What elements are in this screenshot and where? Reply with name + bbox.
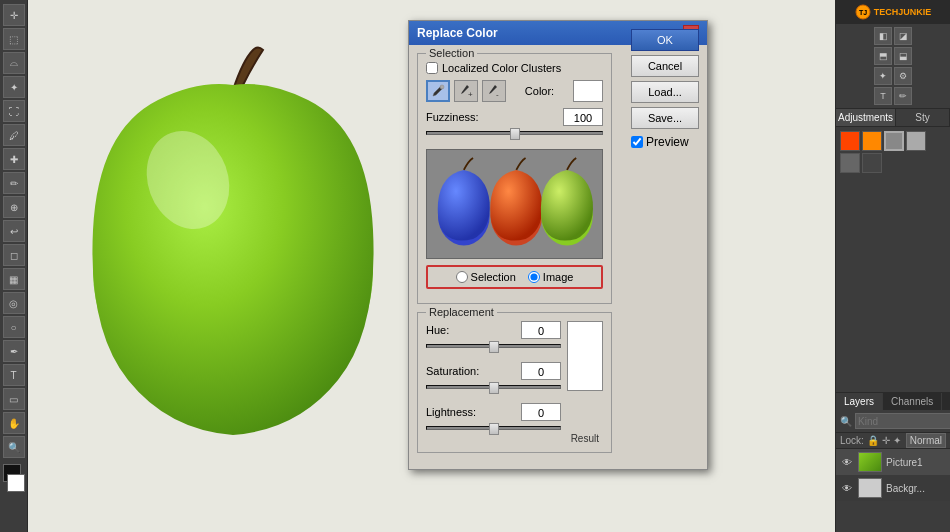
replace-color-dialog: Replace Color × OK Cancel Load... Save..…	[408, 20, 708, 470]
panel-tool-3[interactable]: ⬒	[874, 47, 892, 65]
layer-thumb-2	[858, 478, 882, 498]
normal-blend-dropdown[interactable]: Normal	[906, 435, 946, 446]
lightness-row: Lightness: 0	[426, 403, 561, 421]
swatch-5[interactable]	[840, 153, 860, 173]
ok-button[interactable]: OK	[631, 29, 699, 51]
load-button[interactable]: Load...	[631, 81, 699, 103]
fuzziness-row: Fuzziness: 100	[426, 108, 603, 126]
logo-text: TECHJUNKIE	[874, 7, 932, 17]
eyedropper-row: + - Color:	[426, 80, 603, 102]
lock-icon-3[interactable]: ✦	[893, 435, 901, 446]
panel-tool-2[interactable]: ◪	[894, 27, 912, 45]
selection-radio[interactable]: Selection	[456, 271, 516, 283]
fuzziness-slider[interactable]	[426, 131, 603, 145]
saturation-label: Saturation:	[426, 365, 491, 377]
swatch-6[interactable]	[862, 153, 882, 173]
svg-text:+: +	[468, 90, 473, 98]
tab-styles[interactable]: Sty	[896, 109, 950, 126]
eyedropper-subtract-button[interactable]: -	[482, 80, 506, 102]
kind-label: 🔍	[840, 416, 852, 427]
layers-search-input[interactable]	[855, 413, 950, 429]
tool-heal[interactable]: ✚	[3, 148, 25, 170]
tab-channels[interactable]: Channels	[883, 393, 942, 410]
layers-toolbar: Lock: 🔒 ✛ ✦ Normal	[836, 433, 950, 449]
hue-value[interactable]: 0	[521, 321, 561, 339]
layer-picture1[interactable]: 👁 Picture1	[836, 449, 950, 475]
tool-marquee[interactable]: ⬚	[3, 28, 25, 50]
hue-slider[interactable]	[426, 344, 561, 358]
apple-image	[58, 30, 408, 450]
preview-checkbox[interactable]	[631, 136, 643, 148]
dialog-title: Replace Color	[417, 26, 498, 40]
adjustments-content	[836, 127, 950, 392]
color-swatch[interactable]	[573, 80, 603, 102]
tab-adjustments[interactable]: Adjustments	[836, 109, 896, 126]
result-label: Result	[571, 433, 599, 444]
layer-name-1: Picture1	[886, 457, 923, 468]
tool-hand[interactable]: ✋	[3, 412, 25, 434]
tab-layers[interactable]: Layers	[836, 393, 883, 410]
panel-tool-1[interactable]: ◧	[874, 27, 892, 45]
blend-mode-label[interactable]: Normal	[906, 433, 946, 448]
tool-history[interactable]: ↩	[3, 220, 25, 242]
panel-tool-7[interactable]: T	[874, 87, 892, 105]
swatch-4[interactable]	[906, 131, 926, 151]
lock-icon-2[interactable]: ✛	[882, 435, 890, 446]
tool-lasso[interactable]: ⌓	[3, 52, 25, 74]
background-color[interactable]	[7, 474, 25, 492]
fuzziness-value[interactable]: 100	[563, 108, 603, 126]
saturation-slider[interactable]	[426, 385, 561, 399]
localized-color-label: Localized Color Clusters	[442, 62, 561, 74]
swatch-3[interactable]	[884, 131, 904, 151]
lightness-slider[interactable]	[426, 426, 561, 440]
tool-gradient[interactable]: ▦	[3, 268, 25, 290]
panel-tool-4[interactable]: ⬓	[894, 47, 912, 65]
hue-row: Hue: 0	[426, 321, 561, 339]
tool-clone[interactable]: ⊕	[3, 196, 25, 218]
layers-tabs: Layers Channels	[836, 393, 950, 410]
tool-eraser[interactable]: ◻	[3, 244, 25, 266]
tool-wand[interactable]: ✦	[3, 76, 25, 98]
lightness-value[interactable]: 0	[521, 403, 561, 421]
color-label: Color:	[525, 85, 554, 97]
tool-pen[interactable]: ✒	[3, 340, 25, 362]
panel-tool-5[interactable]: ✦	[874, 67, 892, 85]
lock-icon-1[interactable]: 🔒	[867, 435, 879, 446]
dialog-right-buttons: OK Cancel Load... Save... Preview	[631, 29, 699, 149]
view-mode-row: Selection Image	[426, 265, 603, 289]
layer-name-2: Backgr...	[886, 483, 925, 494]
layers-search-row: 🔍 ▼	[836, 410, 950, 433]
tool-eyedropper[interactable]: 🖊	[3, 124, 25, 146]
eyedropper-add-button[interactable]: +	[454, 80, 478, 102]
panel-tool-6[interactable]: ⚙	[894, 67, 912, 85]
image-radio-label: Image	[543, 271, 574, 283]
saturation-value[interactable]: 0	[521, 362, 561, 380]
lightness-label: Lightness:	[426, 406, 491, 418]
image-radio[interactable]: Image	[528, 271, 574, 283]
save-button[interactable]: Save...	[631, 107, 699, 129]
dialog-body: OK Cancel Load... Save... Preview Select…	[409, 45, 707, 469]
tool-zoom[interactable]: 🔍	[3, 436, 25, 458]
tool-dodge[interactable]: ○	[3, 316, 25, 338]
eye-icon-1[interactable]: 👁	[840, 455, 854, 469]
eyedropper-normal-button[interactable]	[426, 80, 450, 102]
eye-icon-2[interactable]: 👁	[840, 481, 854, 495]
result-swatch	[567, 321, 603, 391]
tool-shape[interactable]: ▭	[3, 388, 25, 410]
tool-blur[interactable]: ◎	[3, 292, 25, 314]
replacement-section: Replacement Result Hue: 0 Saturation:	[417, 312, 612, 453]
right-panel: TJ TECHJUNKIE ◧ ◪ ⬒ ⬓ ✦ ⚙ T ✏ Adjustment…	[835, 0, 950, 532]
tool-move[interactable]: ✛	[3, 4, 25, 26]
swatch-2[interactable]	[862, 131, 882, 151]
tool-text[interactable]: T	[3, 364, 25, 386]
tool-brush[interactable]: ✏	[3, 172, 25, 194]
swatch-1[interactable]	[840, 131, 860, 151]
panel-tool-8[interactable]: ✏	[894, 87, 912, 105]
hue-label: Hue:	[426, 324, 491, 336]
layer-background[interactable]: 👁 Backgr...	[836, 475, 950, 501]
tool-crop[interactable]: ⛶	[3, 100, 25, 122]
cancel-button[interactable]: Cancel	[631, 55, 699, 77]
localized-color-checkbox[interactable]	[426, 62, 438, 74]
svg-text:-: -	[496, 90, 499, 98]
preview-label: Preview	[646, 135, 689, 149]
